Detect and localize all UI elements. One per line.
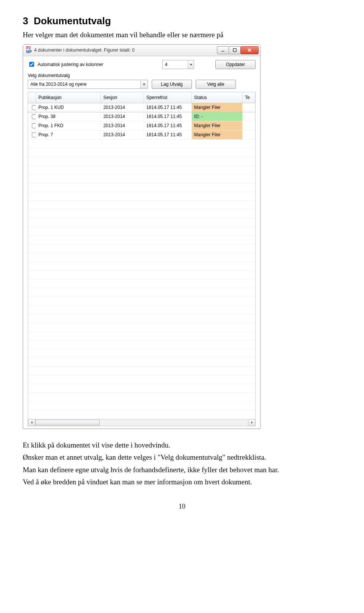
page-number: 10 xyxy=(23,503,341,511)
row-checkbox-cell[interactable] xyxy=(28,121,36,130)
table-row xyxy=(28,375,255,384)
svg-marker-6 xyxy=(31,421,32,424)
table-row xyxy=(28,244,255,253)
table-row xyxy=(28,349,255,358)
table-row xyxy=(28,262,255,270)
row-checkbox-cell[interactable] xyxy=(28,103,36,112)
minimize-button[interactable] xyxy=(217,46,229,54)
table-row xyxy=(28,192,255,200)
update-button[interactable]: Oppdater xyxy=(215,60,256,69)
auto-adjust-columns-checkbox[interactable]: Automatisk justering av kolonner xyxy=(28,61,158,68)
cell-status: Mangler Filer xyxy=(191,121,242,130)
row-checkbox-cell[interactable] xyxy=(28,112,36,121)
table-row xyxy=(28,358,255,366)
cell-status: ID: - xyxy=(191,112,242,121)
table-row xyxy=(28,323,255,331)
section-heading: 3 Dokumentutvalg xyxy=(23,15,341,27)
cell-publication: Prop. 7 xyxy=(36,130,101,139)
table-row xyxy=(28,157,255,165)
svg-marker-5 xyxy=(143,84,145,85)
row-checkbox[interactable] xyxy=(32,114,36,119)
cell-session: 2013-2014 xyxy=(101,112,144,121)
table-row[interactable]: Prop. 1 KUD2013-20141814.05.17 11:45Mang… xyxy=(28,103,255,112)
table-row xyxy=(28,227,255,235)
col-status[interactable]: Status xyxy=(191,92,242,103)
row-checkbox[interactable] xyxy=(32,132,36,137)
table-row xyxy=(28,174,255,183)
cell-publication: Prop. 1 FKD xyxy=(36,121,101,130)
chevron-down-icon[interactable] xyxy=(140,80,147,88)
table-row[interactable]: Prop. 382013-20141814.05.17 11:45ID: - xyxy=(28,112,255,121)
cell-te xyxy=(242,112,255,121)
cell-te xyxy=(242,121,255,130)
selection-value: Alle fra 2013-2014 og nyere xyxy=(28,82,140,87)
table-row xyxy=(28,209,255,218)
cell-deadline: 1814.05.17 11:45 xyxy=(144,121,191,130)
cell-te xyxy=(242,130,255,139)
cell-te xyxy=(242,103,255,112)
scroll-left-icon[interactable] xyxy=(28,419,35,426)
table-row xyxy=(28,331,255,340)
table-row xyxy=(28,305,255,314)
table-row xyxy=(28,183,255,192)
cell-publication: Prop. 38 xyxy=(36,112,101,121)
table-row xyxy=(28,165,255,174)
app-icon: P2MP xyxy=(26,46,32,54)
table-row xyxy=(28,235,255,244)
cell-deadline: 1814.05.17 11:45 xyxy=(144,130,191,139)
cell-deadline: 1814.05.17 11:45 xyxy=(144,103,191,112)
close-button[interactable] xyxy=(240,46,259,54)
table-row xyxy=(28,401,255,410)
table-row xyxy=(28,340,255,349)
scrollbar-thumb[interactable] xyxy=(35,420,100,425)
body-p4: Ved å øke bredden på vinduet kan man se … xyxy=(23,477,341,487)
col-session[interactable]: Sesjon xyxy=(101,92,144,103)
table-row[interactable]: Prop. 1 FKD2013-20141814.05.17 11:45Mang… xyxy=(28,121,255,130)
table-row xyxy=(28,270,255,279)
table-row xyxy=(28,218,255,227)
body-p3: Man kan definere egne utvalg hvis de for… xyxy=(23,465,341,475)
cell-session: 2013-2014 xyxy=(101,103,144,112)
svg-marker-7 xyxy=(251,421,253,424)
body-p1: Et klikk på dokumentet vil vise dette i … xyxy=(23,440,341,451)
table-row xyxy=(28,392,255,401)
row-checkbox-cell[interactable] xyxy=(28,130,36,139)
col-publication[interactable]: Publikasjon xyxy=(36,92,101,103)
col-deadline[interactable]: Sperrefrist xyxy=(144,92,191,103)
document-grid: Publikasjon Sesjon Sperrefrist Status Te… xyxy=(28,92,256,426)
column-count-input[interactable] xyxy=(163,62,188,67)
table-row xyxy=(28,253,255,262)
table-row xyxy=(28,148,255,157)
column-count-select[interactable] xyxy=(162,60,194,69)
document-selection-dropdown[interactable]: Alle fra 2013-2014 og nyere xyxy=(28,80,148,89)
select-docs-label: Velg dokumentutvalg xyxy=(28,73,256,78)
auto-adjust-checkbox-input[interactable] xyxy=(29,62,34,67)
section-title: Dokumentutvalg xyxy=(34,15,111,27)
grid-header[interactable]: Publikasjon Sesjon Sperrefrist Status Te xyxy=(28,92,255,103)
cell-deadline: 1814.05.17 11:45 xyxy=(144,112,191,121)
cell-session: 2013-2014 xyxy=(101,130,144,139)
select-all-button[interactable]: Velg alle xyxy=(196,80,236,89)
row-checkbox[interactable] xyxy=(32,123,36,128)
table-row xyxy=(28,288,255,296)
col-te[interactable]: Te xyxy=(242,92,255,103)
title-bar[interactable]: P2MP 4 dokumenter i dokumentutvalget. Fi… xyxy=(23,45,260,56)
make-selection-button[interactable]: Lag Utvalg xyxy=(152,80,192,89)
auto-adjust-label: Automatisk justering av kolonner xyxy=(38,62,103,67)
scroll-right-icon[interactable] xyxy=(248,419,255,426)
maximize-button[interactable] xyxy=(229,46,241,54)
table-row xyxy=(28,139,255,148)
app-window: P2MP 4 dokumenter i dokumentutvalget. Fi… xyxy=(23,44,260,429)
cell-status: Mangler Filer xyxy=(191,130,242,139)
table-row[interactable]: Prop. 72013-20141814.05.17 11:45Mangler … xyxy=(28,130,255,139)
section-intro: Her velger man det dokumentet man vil be… xyxy=(23,30,341,40)
cell-session: 2013-2014 xyxy=(101,121,144,130)
horizontal-scrollbar[interactable] xyxy=(28,419,255,426)
row-checkbox[interactable] xyxy=(32,105,36,110)
table-row xyxy=(28,384,255,392)
svg-rect-1 xyxy=(233,49,236,52)
chevron-down-icon[interactable] xyxy=(188,60,194,69)
table-row xyxy=(28,410,255,419)
cell-status: Mangler Filer xyxy=(191,103,242,112)
window-title: 4 dokumenter i dokumentutvalget. Figurer… xyxy=(34,47,217,53)
